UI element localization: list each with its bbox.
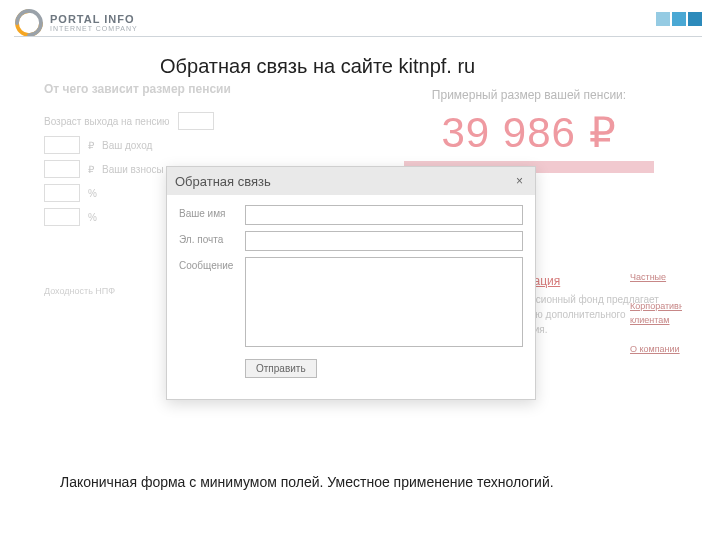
chip-icon [656,12,670,26]
bg-input [44,184,80,202]
modal-header: Обратная связь × [167,167,535,195]
message-textarea[interactable] [245,257,523,347]
swirl-icon [14,8,44,38]
header-divider [14,36,702,37]
bg-input [44,208,80,226]
bg-side-link: Корпоративным клиентам [630,299,682,328]
modal-body: Ваше имя Эл. почта Сообщение Отправить [167,195,535,390]
modal-title: Обратная связь [175,174,271,189]
bg-contrib-label: Ваши взносы [102,164,164,175]
chip-icon [672,12,686,26]
bg-input [178,112,214,130]
bg-age-label: Возраст выхода на пенсию [44,116,170,127]
message-label: Сообщение [179,257,245,271]
feedback-modal: Обратная связь × Ваше имя Эл. почта Сооб… [166,166,536,400]
slide-title: Обратная связь на сайте kitnpf. ru [160,55,475,78]
email-input[interactable] [245,231,523,251]
screenshot-area: От чего зависит размер пенсии Возраст вы… [38,82,682,454]
bg-side-links: Частные Корпоративным клиентам О компани… [630,270,682,356]
chip-icon [688,12,702,26]
bg-input [44,160,80,178]
close-icon[interactable]: × [512,174,527,188]
slide-caption: Лаконичная форма с минимумом полей. Умес… [60,474,554,490]
bg-pension-value: 39 986 ₽ [384,108,674,157]
bg-pension-block: Примерный размер вашей пенсии: 39 986 ₽ [384,88,674,173]
bg-pension-label: Примерный размер вашей пенсии: [384,88,674,102]
logo-main: PORTAL INFO [50,14,138,25]
bg-input [44,136,80,154]
submit-button[interactable]: Отправить [245,359,317,378]
bg-side-link: О компании [630,342,682,356]
bg-salary-label: Ваш доход [102,140,152,151]
email-label: Эл. почта [179,231,245,245]
header-chips [656,12,702,26]
name-label: Ваше имя [179,205,245,219]
bg-left-heading: От чего зависит размер пенсии [44,82,396,96]
company-logo: PORTAL INFO INTERNET COMPANY [14,8,138,38]
bg-side-link: Частные [630,270,682,284]
name-input[interactable] [245,205,523,225]
logo-sub: INTERNET COMPANY [50,25,138,32]
slide: PORTAL INFO INTERNET COMPANY Обратная св… [0,0,720,540]
